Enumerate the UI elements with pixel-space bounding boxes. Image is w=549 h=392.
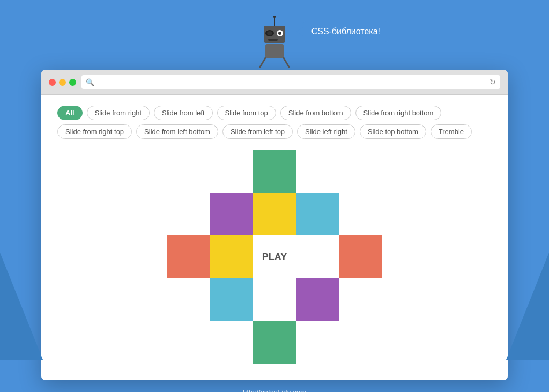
cell-r5c4 bbox=[296, 321, 339, 364]
svg-point-4 bbox=[267, 31, 272, 35]
animation-grid: PLAY bbox=[57, 150, 492, 364]
mascot-container: CSS-библиотека! bbox=[250, 16, 299, 70]
side-decoration-left bbox=[0, 253, 43, 360]
cell-r1c2 bbox=[210, 150, 253, 193]
cell-r3c2 bbox=[210, 235, 253, 278]
browser-dots bbox=[49, 79, 76, 86]
filter-btn-slide-from-top[interactable]: Slide from top bbox=[217, 106, 276, 120]
cell-r3c4 bbox=[296, 235, 339, 278]
cell-r2c2 bbox=[210, 193, 253, 235]
cross-grid: PLAY bbox=[167, 150, 382, 364]
top-area: CSS-библиотека! bbox=[0, 0, 549, 70]
browser-window: 🔍 ↻ AllSlide from rightSlide from leftSl… bbox=[41, 70, 508, 380]
filter-btn-tremble[interactable]: Tremble bbox=[431, 124, 472, 139]
cell-r4c4 bbox=[296, 278, 339, 321]
side-decoration-right bbox=[506, 253, 549, 360]
speech-bubble-text: CSS-библиотека! bbox=[311, 27, 380, 36]
refresh-icon[interactable]: ↻ bbox=[489, 78, 496, 86]
cell-r4c2 bbox=[210, 278, 253, 321]
cell-r4c3 bbox=[253, 278, 296, 321]
cell-r1c5 bbox=[339, 150, 382, 193]
cell-r2c5 bbox=[339, 193, 382, 235]
filter-btn-all[interactable]: All bbox=[57, 106, 83, 120]
cell-r5c3 bbox=[253, 321, 296, 364]
cell-r5c1 bbox=[167, 321, 210, 364]
search-icon: 🔍 bbox=[86, 78, 94, 86]
cell-r5c5 bbox=[339, 321, 382, 364]
svg-point-1 bbox=[273, 16, 276, 18]
svg-point-6 bbox=[278, 32, 281, 35]
cell-r4c1 bbox=[167, 278, 210, 321]
filter-btn-slide-from-bottom[interactable]: Slide from bottom bbox=[280, 106, 351, 120]
minimize-dot[interactable] bbox=[59, 79, 66, 86]
speech-bubble: CSS-библиотека! bbox=[302, 21, 390, 42]
cell-r2c3 bbox=[253, 193, 296, 235]
browser-content: AllSlide from rightSlide from leftSlide … bbox=[41, 95, 508, 380]
filter-btn-slide-from-right-bottom[interactable]: Slide from right bottom bbox=[355, 106, 442, 120]
filter-btn-slide-from-right-top[interactable]: Slide from right top bbox=[57, 124, 132, 139]
svg-line-10 bbox=[284, 58, 289, 67]
browser-titlebar: 🔍 ↻ bbox=[41, 70, 508, 95]
cell-r2c4 bbox=[296, 193, 339, 235]
cell-r2c1 bbox=[167, 193, 210, 235]
cell-r1c3 bbox=[253, 150, 296, 193]
cell-r5c2 bbox=[210, 321, 253, 364]
svg-rect-8 bbox=[265, 44, 284, 58]
browser-addressbar: 🔍 ↻ bbox=[81, 75, 500, 89]
footer-url: http://gefast-ide.com bbox=[243, 388, 306, 392]
close-dot[interactable] bbox=[49, 79, 56, 86]
filter-buttons-row: AllSlide from rightSlide from leftSlide … bbox=[57, 106, 492, 139]
cell-r3c1 bbox=[167, 235, 210, 278]
svg-line-9 bbox=[260, 58, 265, 67]
cell-r1c4 bbox=[296, 150, 339, 193]
filter-btn-slide-from-left-bottom[interactable]: Slide from left bottom bbox=[136, 124, 218, 139]
filter-btn-slide-from-left[interactable]: Slide from left bbox=[154, 106, 212, 120]
filter-btn-slide-from-left-top[interactable]: Slide from left top bbox=[222, 124, 293, 139]
filter-btn-slide-left-right[interactable]: Slide left right bbox=[297, 124, 355, 139]
filter-btn-slide-top-bottom[interactable]: Slide top bottom bbox=[360, 124, 426, 139]
play-button[interactable]: PLAY bbox=[253, 235, 296, 278]
cell-r3c5 bbox=[339, 235, 382, 278]
cell-r1c1 bbox=[167, 150, 210, 193]
filter-btn-slide-from-right[interactable]: Slide from right bbox=[87, 106, 150, 120]
footer: http://gefast-ide.com bbox=[243, 388, 306, 392]
svg-rect-7 bbox=[268, 39, 278, 41]
robot-mascot bbox=[250, 16, 299, 70]
cell-r4c5 bbox=[339, 278, 382, 321]
play-label: PLAY bbox=[262, 252, 287, 263]
maximize-dot[interactable] bbox=[69, 79, 76, 86]
